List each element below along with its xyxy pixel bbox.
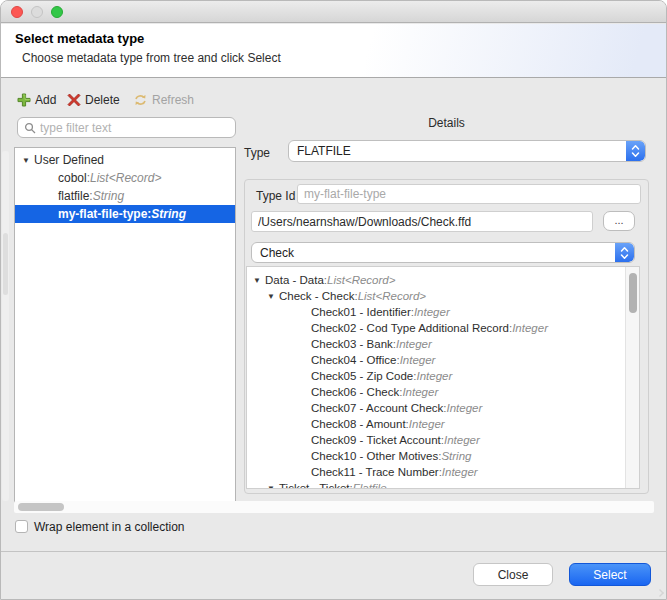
type-id-input[interactable]	[297, 184, 641, 204]
details-heading: Details	[244, 116, 649, 130]
file-path-input[interactable]	[251, 211, 593, 232]
tree-item-type: List<Record>	[90, 171, 161, 185]
tree-item[interactable]: ▼Data - Data : List<Record>	[247, 272, 639, 288]
delete-label: Delete	[85, 93, 120, 107]
type-label: Type	[244, 146, 270, 160]
select-button[interactable]: Select	[569, 563, 651, 586]
browse-button[interactable]: ...	[603, 211, 635, 231]
add-label: Add	[35, 93, 56, 107]
tree-item-type: String	[441, 450, 471, 462]
zoom-window-icon[interactable]	[51, 6, 63, 18]
tree-item-label: Check05 - Zip Code	[311, 370, 413, 382]
disclosure-triangle-icon[interactable]: ▼	[267, 292, 279, 301]
title-bar[interactable]	[1, 1, 666, 23]
tree-item[interactable]: Check08 - Amount : Integer	[247, 416, 639, 432]
tree-item[interactable]: ▼User Defined	[15, 151, 235, 169]
tree-item[interactable]: Check02 - Cod Type Additional Record : I…	[247, 320, 639, 336]
resize-grip-icon[interactable]	[656, 589, 664, 597]
horizontal-scrollbar[interactable]	[14, 501, 654, 513]
scrollbar-thumb[interactable]	[629, 273, 637, 313]
tree-item-type: String	[151, 207, 186, 221]
tree-item[interactable]: Check05 - Zip Code : Integer	[247, 368, 639, 384]
page-title: Select metadata type	[15, 31, 144, 46]
scrollbar-thumb[interactable]	[18, 503, 64, 511]
tree-item-label: Check03 - Bank	[311, 338, 393, 350]
tree-item-type: Integer	[409, 418, 445, 430]
record-dropdown-value: Check	[260, 246, 294, 260]
add-button[interactable]: Add	[17, 91, 56, 109]
type-dropdown[interactable]: FLATFILE	[288, 140, 646, 162]
wrap-collection-label: Wrap element in a collection	[34, 520, 185, 534]
chevron-up-down-icon	[615, 243, 634, 262]
dialog-window: Select metadata type Choose metadata typ…	[0, 0, 667, 600]
record-structure-tree[interactable]: ▼Data - Data : List<Record>▼Check - Chec…	[246, 266, 640, 489]
metadata-type-tree[interactable]: ▼User Definedcobol : List<Record>flatfil…	[14, 147, 236, 504]
tree-item[interactable]: Check07 - Account Check : Integer	[247, 400, 639, 416]
tree-item[interactable]: Check09 - Ticket Account : Integer	[247, 432, 639, 448]
tree-item[interactable]: cobol : List<Record>	[15, 169, 235, 187]
tree-item-label: cobol	[58, 171, 87, 185]
tree-item[interactable]: flatfile : String	[15, 187, 235, 205]
tree-item-label: Check07 - Account Check	[311, 402, 443, 414]
tree-item-label: Check11 - Trace Number	[311, 466, 439, 478]
tree-item[interactable]: my-flat-file-type : String	[15, 205, 235, 223]
tree-item-type: Integer	[442, 466, 478, 478]
minimize-window-icon[interactable]	[31, 6, 43, 18]
page-subtitle: Choose metadata type from tree and click…	[22, 51, 281, 65]
scrollbar-thumb[interactable]	[3, 233, 8, 295]
tree-item-label: my-flat-file-type	[58, 207, 147, 221]
close-window-icon[interactable]	[11, 6, 23, 18]
tree-item[interactable]: Check01 - Identifier : Integer	[247, 304, 639, 320]
tree-item-type: List<Record>	[327, 274, 395, 286]
tree-item-type: Integer	[512, 322, 548, 334]
disclosure-triangle-icon[interactable]: ▼	[253, 276, 265, 285]
dialog-header: Select metadata type Choose metadata typ…	[1, 24, 666, 78]
tree-item[interactable]: Check06 - Check : Integer	[247, 384, 639, 400]
record-dropdown[interactable]: Check	[251, 242, 635, 263]
tree-item[interactable]: Check11 - Trace Number : Integer	[247, 464, 639, 480]
window-vertical-scrollbar[interactable]	[2, 151, 9, 501]
tree-item-label: Data - Data	[265, 274, 324, 286]
tree-item-label: Check09 - Ticket Account	[311, 434, 441, 446]
tree-item-type: Integer	[414, 306, 450, 318]
close-button[interactable]: Close	[473, 563, 553, 586]
tree-item-type: List<Record>	[358, 290, 426, 302]
search-icon	[24, 122, 36, 134]
tree-item[interactable]: Check04 - Office : Integer	[247, 352, 639, 368]
tree-item-label: Check10 - Other Motives	[311, 450, 438, 462]
tree-item-label: flatfile	[58, 189, 89, 203]
tree-item[interactable]: ▼Ticket - Ticket : Flatfile	[247, 480, 639, 489]
tree-item-label: Check01 - Identifier	[311, 306, 411, 318]
tree-item-type: Integer	[444, 434, 480, 446]
disclosure-triangle-icon[interactable]: ▼	[22, 156, 34, 165]
tree-item-type: Integer	[447, 402, 483, 414]
add-icon	[17, 93, 31, 107]
tree-item[interactable]: Check03 - Bank : Integer	[247, 336, 639, 352]
tree-item-type: Integer	[416, 370, 452, 382]
tree-item-type: Integer	[400, 354, 436, 366]
delete-button[interactable]: Delete	[67, 91, 120, 109]
filter-input[interactable]	[40, 121, 229, 135]
tree-item-label: Check06 - Check	[311, 386, 399, 398]
filter-field[interactable]	[17, 117, 236, 138]
tree-item-label: Check02 - Cod Type Additional Record	[311, 322, 509, 334]
refresh-button[interactable]: Refresh	[133, 91, 194, 109]
tree-item-label: Ticket - Ticket	[279, 482, 350, 489]
tree-item-type: Integer	[402, 386, 438, 398]
refresh-icon	[133, 93, 148, 107]
footer-divider	[1, 551, 666, 552]
wrap-collection-checkbox[interactable]	[15, 520, 28, 533]
disclosure-triangle-icon[interactable]: ▼	[267, 484, 279, 490]
type-dropdown-value: FLATFILE	[297, 144, 351, 158]
tree-vertical-scrollbar[interactable]	[625, 267, 639, 488]
tree-item-type: String	[93, 189, 124, 203]
delete-icon	[67, 93, 81, 107]
tree-item[interactable]: Check10 - Other Motives : String	[247, 448, 639, 464]
tree-item-label: Check08 - Amount	[311, 418, 406, 430]
tree-item-label: Check04 - Office	[311, 354, 396, 366]
tree-item[interactable]: ▼Check - Check : List<Record>	[247, 288, 639, 304]
tree-item-label: User Defined	[34, 153, 104, 167]
tree-item-label: Check - Check	[279, 290, 354, 302]
type-id-label: Type Id	[256, 189, 295, 203]
chevron-up-down-icon	[626, 141, 645, 161]
